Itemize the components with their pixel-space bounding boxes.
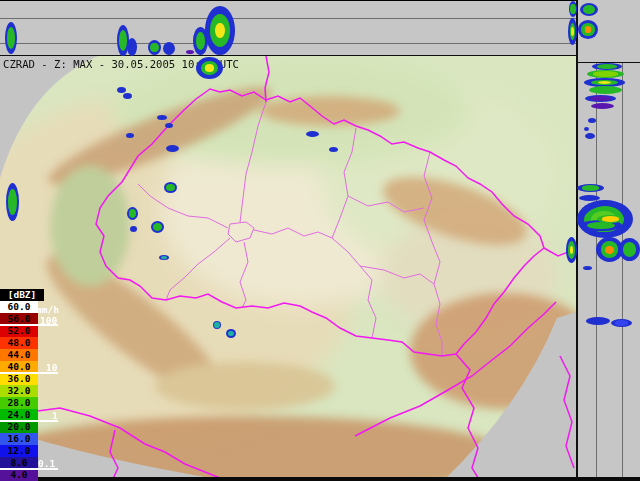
radar-map [0,56,576,481]
height-gridline [0,18,576,19]
legend-level: 36.0 [0,373,38,385]
legend-level: 12.0 [0,445,38,457]
corner-box [578,0,640,62]
legend-level: 20.0 [0,421,38,433]
legend-level: 32.0 [0,385,38,397]
dbz-legend: [dBZ] 60.056.052.048.044.040.036.032.028… [0,289,58,481]
terrain-map-svg [0,56,576,481]
legend-level: 52.0 [0,325,38,337]
legend-level: 56.0 [0,313,38,325]
panel-divider [576,0,578,481]
legend-level: 16.0 [0,433,38,445]
legend-unit-label: [dBZ] [0,289,44,301]
height-gridline [0,43,576,44]
legend-level: 24.0 [0,409,38,421]
bottom-border [0,477,640,481]
panel-divider [576,62,640,63]
product-title: CZRAD - Z: MAX - 30.05.2005 10:10 UTC [3,58,239,70]
top-projection-panel [0,0,576,56]
height-gridline [596,63,597,481]
height-gridline [622,63,623,481]
legend-rows: 60.056.052.048.044.040.036.032.028.024.0… [0,301,58,481]
radar-viewer-window: CZRAD - Z: MAX - 30.05.2005 10:10 UTC [d… [0,0,640,481]
legend-level: 28.0 [0,397,38,409]
legend-level: 40.0 [0,361,38,373]
legend-level: 48.0 [0,337,38,349]
right-projection-panel [578,63,640,481]
legend-level: 44.0 [0,349,38,361]
legend-level: 8.0 [0,457,38,469]
legend-level: 60.0 [0,301,38,313]
legend-level: 4.0 [0,469,38,481]
